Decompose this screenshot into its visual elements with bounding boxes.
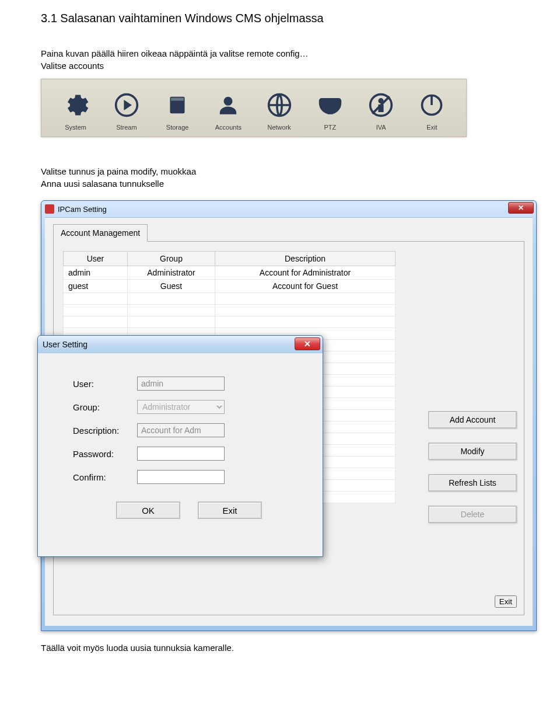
add-account-button[interactable]: Add Account [428, 411, 517, 429]
label-password: Password: [73, 449, 137, 459]
toolbar-item-storage[interactable]: Storage [161, 91, 194, 131]
col-user[interactable]: User [64, 252, 128, 266]
tab-account-management[interactable]: Account Management [53, 224, 148, 242]
toolbar-item-system[interactable]: System [59, 91, 92, 131]
side-button-column: Add Account Modify Refresh Lists Delete [428, 411, 517, 523]
exit-button[interactable]: Exit [495, 595, 517, 608]
window-titlebar: IPCam Setting ✕ [41, 201, 536, 217]
label-group: Group: [73, 402, 137, 412]
toolbar-label: System [65, 124, 86, 131]
toolbar-label: Accounts [215, 124, 242, 131]
modify-button[interactable]: Modify [428, 443, 517, 460]
svg-rect-2 [170, 97, 184, 102]
mid-line2: Anna uusi salasana tunnukselle [41, 179, 519, 189]
toolbar-label: Network [267, 124, 290, 131]
globe-icon [265, 91, 293, 119]
label-user: User: [73, 379, 137, 389]
dialog-title: User Setting [43, 340, 88, 349]
svg-rect-5 [328, 107, 332, 114]
toolbar-item-iva[interactable]: IVA [365, 91, 398, 131]
intro-line1: Paina kuvan päällä hiiren oikeaa näppäin… [41, 48, 519, 58]
ipcam-setting-window: IPCam Setting ✕ Account Management User … [41, 200, 537, 631]
java-icon [45, 204, 54, 214]
toolbar-label: PTZ [324, 124, 336, 131]
toolbar-item-accounts[interactable]: Accounts [212, 91, 245, 131]
camera-icon [316, 91, 344, 119]
storage-icon [163, 91, 191, 119]
group-select: Administrator [137, 400, 225, 414]
toolbar-label: Exit [426, 124, 437, 131]
play-icon [113, 91, 141, 119]
dialog-exit-button[interactable]: Exit [198, 501, 262, 519]
password-field[interactable] [137, 447, 225, 461]
intro-line2: Valitse accounts [41, 61, 519, 71]
delete-button[interactable]: Delete [428, 506, 517, 523]
toolbar-label: Stream [116, 124, 136, 131]
refresh-lists-button[interactable]: Refresh Lists [428, 474, 517, 492]
gear-icon [62, 91, 90, 119]
toolbar-item-exit[interactable]: Exit [415, 91, 449, 131]
user-setting-dialog: User Setting ✕ User: Group: Administrato… [37, 335, 323, 557]
dialog-titlebar: User Setting ✕ [38, 336, 323, 353]
table-row[interactable]: admin Administrator Account for Administ… [64, 266, 396, 280]
user-field [137, 377, 225, 391]
account-panel: User Group Description admin Administrat… [53, 242, 524, 615]
col-group[interactable]: Group [128, 252, 215, 266]
page-heading: 3.1 Salasanan vaihtaminen Windows CMS oh… [41, 12, 519, 25]
config-toolbar: System Stream Storage Accounts Network P… [41, 79, 467, 137]
label-description: Description: [73, 426, 137, 436]
mid-line1: Valitse tunnus ja paina modify, muokkaa [41, 166, 519, 176]
description-field [137, 423, 225, 437]
ok-button[interactable]: OK [116, 501, 180, 519]
toolbar-item-stream[interactable]: Stream [110, 91, 143, 131]
svg-point-3 [225, 97, 232, 105]
window-close-button[interactable]: ✕ [508, 202, 534, 214]
iva-icon [367, 91, 395, 119]
dialog-close-button[interactable]: ✕ [295, 337, 320, 350]
user-icon [214, 91, 242, 119]
power-icon [418, 91, 446, 119]
toolbar-item-ptz[interactable]: PTZ [313, 91, 346, 131]
window-title: IPCam Setting [58, 205, 107, 214]
table-row[interactable]: guest Guest Account for Guest [64, 280, 396, 293]
footer-text: Täällä voit myös luoda uusia tunnuksia k… [41, 643, 519, 653]
label-confirm: Confirm: [73, 472, 137, 482]
toolbar-label: IVA [376, 124, 386, 131]
confirm-field[interactable] [137, 470, 225, 484]
col-description[interactable]: Description [215, 252, 396, 266]
toolbar-item-network[interactable]: Network [262, 91, 296, 131]
toolbar-label: Storage [166, 124, 189, 131]
